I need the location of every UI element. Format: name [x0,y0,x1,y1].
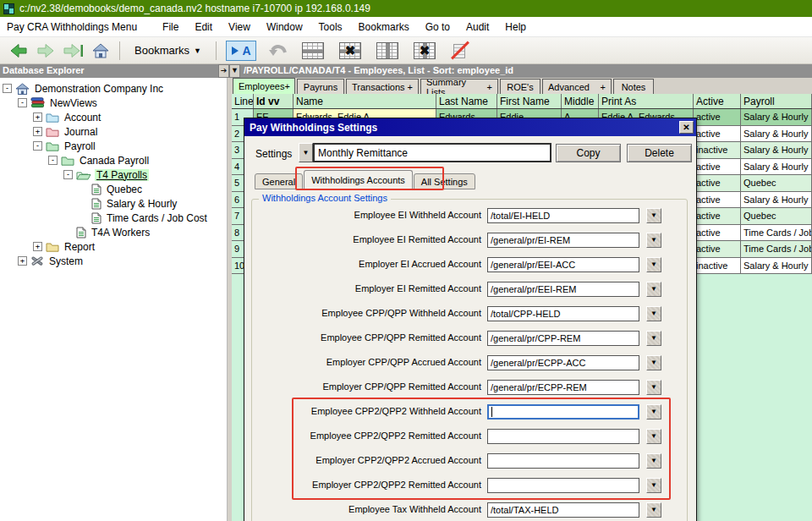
account-dropdown-button[interactable]: ▼ [646,208,661,223]
column-header-payroll[interactable]: Payroll [741,94,812,108]
forward-button[interactable] [36,42,56,59]
account-dropdown-button[interactable]: ▼ [646,331,661,346]
tree-item-payroll[interactable]: - Payroll [0,139,227,153]
column-header-middle[interactable]: Middle [562,94,599,108]
column-header-print-as[interactable]: Print As [599,94,694,108]
column-header-name[interactable]: Name [294,94,436,108]
field-row: Employer EI Remitted Account ▼ [244,282,696,297]
close-button[interactable]: ✕ [679,121,694,134]
account-dropdown-button[interactable]: ▼ [646,233,661,248]
tree-item-company[interactable]: - Demonstration Company Inc [0,81,227,96]
account-dropdown-button[interactable]: ▼ [646,404,661,420]
collapse-toggle-icon[interactable]: - [33,141,42,151]
back-button[interactable] [8,42,29,59]
expand-toggle-icon[interactable]: + [33,112,42,122]
menu-window[interactable]: Window [266,21,303,33]
expand-toggle-icon[interactable]: + [33,127,42,136]
account-dropdown-button[interactable]: ▼ [646,502,661,518]
employee-cpp2-qpp2-withheld-account-input[interactable] [487,404,639,420]
menu-edit[interactable]: Edit [195,21,212,33]
tree-item-newviews[interactable]: - NewViews [0,96,227,110]
account-dropdown-button[interactable]: ▼ [646,478,661,493]
employer-cpp-qpp-remitted-account-input[interactable] [487,380,639,395]
tree-item-report[interactable]: + Report [0,239,227,254]
insert-column-button[interactable] [376,42,398,59]
tab-summary-lists[interactable]: Summary Lists+ [420,79,498,94]
employer-cpp2-qpp2-accrued-account-input[interactable] [487,453,639,469]
tab-employees[interactable]: Employees+ [233,78,295,94]
menu-goto[interactable]: Go to [425,21,450,33]
settings-name-input[interactable] [313,143,551,162]
collapse-toggle-icon[interactable]: - [48,156,58,165]
menu-help[interactable]: Help [505,21,526,33]
account-dropdown-button[interactable]: ▼ [646,429,661,444]
tab-withholdings-accounts[interactable]: Withholdings Accounts [304,170,413,189]
employee-ei-remitted-account-input[interactable] [487,233,639,248]
database-explorer-panel: - Demonstration Company Inc - NewViews +… [0,78,227,521]
tab-general[interactable]: General [255,173,303,189]
account-dropdown-button[interactable]: ▼ [646,380,661,395]
insert-row-button[interactable] [302,42,324,59]
goto-arrow-button[interactable]: ➔ [218,64,229,78]
tab-transactions[interactable]: Transactions+ [346,79,419,94]
delete-button[interactable]: Delete [627,144,692,162]
tree-item-t4a-workers[interactable]: T4A Workers [0,225,227,239]
tab-roes[interactable]: ROE's [500,79,540,94]
column-header-id[interactable]: Id vv [254,94,294,108]
tree-item-system[interactable]: + System [0,254,227,268]
follow-mode-button[interactable]: A [226,41,256,61]
bookmarks-dropdown-button[interactable]: Bookmarks ▼ [129,42,206,58]
forward-end-button[interactable] [63,42,85,59]
menu-file[interactable]: File [162,21,178,33]
menu-tools[interactable]: Tools [319,21,343,33]
account-dropdown-button[interactable]: ▼ [646,306,661,321]
table-tab-bar: Employees+ Payruns Transactions+ Summary… [232,78,812,94]
tree-item-account[interactable]: + Account [0,110,227,124]
employee-cpp-qpp-withheld-account-input[interactable] [487,306,639,321]
home-button[interactable] [91,43,110,58]
employer-cpp-qpp-accrued-account-input[interactable] [487,355,639,370]
collapse-toggle-icon[interactable]: - [63,170,73,179]
tree-item-canada-payroll[interactable]: - Canada Payroll [0,153,227,167]
employee-ei-withheld-account-input[interactable] [487,208,639,223]
menu-audit[interactable]: Audit [466,21,489,33]
column-header-last-name[interactable]: Last Name [436,94,497,108]
tree-item-salary-hourly[interactable]: Salary & Hourly [0,196,227,211]
employee-cpp-qpp-remitted-account-input[interactable] [487,331,639,346]
menu-pay-cra-withholdings[interactable]: Pay CRA Withholdings Menu [7,21,137,33]
tab-payruns[interactable]: Payruns [297,79,344,94]
delete-column-button[interactable]: ✖ [414,42,436,59]
account-dropdown-button[interactable]: ▼ [646,355,661,370]
tree-item-time-cards[interactable]: Time Cards / Job Cost [0,211,227,225]
undo-button[interactable] [268,43,288,58]
column-header-active[interactable]: Active [694,94,741,108]
tab-notes[interactable]: Notes [613,79,654,94]
employer-ei-remitted-account-input[interactable] [487,282,639,297]
employee-cpp2-qpp2-remitted-account-input[interactable] [487,429,639,444]
print-disabled-button[interactable] [449,41,469,60]
column-header-first-name[interactable]: First Name [497,94,562,108]
tab-advanced[interactable]: Advanced+ [542,79,612,94]
column-header-line[interactable]: Line [232,94,254,108]
employee-tax-withheld-account-input[interactable] [487,502,639,518]
tab-all-settings[interactable]: All Settings [414,173,475,189]
delete-row-button[interactable]: ✖ [339,42,361,59]
collapse-toggle-icon[interactable]: - [18,98,27,107]
expand-toggle-icon[interactable]: + [18,256,27,266]
tree-item-t4-payrolls[interactable]: - T4 Payrolls [0,167,227,182]
account-dropdown-button[interactable]: ▼ [646,257,661,272]
settings-dropdown-button[interactable]: ▼ [299,143,313,162]
copy-button[interactable]: Copy [556,144,621,162]
tree-item-quebec[interactable]: Quebec [0,182,227,196]
employer-cpp2-qpp2-remitted-account-input[interactable] [487,478,639,493]
path-dropdown-button[interactable]: ▼ [229,64,240,78]
expand-toggle-icon[interactable]: + [33,242,42,251]
account-dropdown-button[interactable]: ▼ [646,453,661,469]
account-dropdown-button[interactable]: ▼ [646,282,661,297]
employer-ei-accrued-account-input[interactable] [487,257,639,272]
menu-bookmarks[interactable]: Bookmarks [359,21,409,33]
tree-item-journal[interactable]: + Journal [0,124,227,139]
menu-view[interactable]: View [228,21,250,33]
collapse-toggle-icon[interactable]: - [3,84,12,93]
play-icon [231,46,239,56]
